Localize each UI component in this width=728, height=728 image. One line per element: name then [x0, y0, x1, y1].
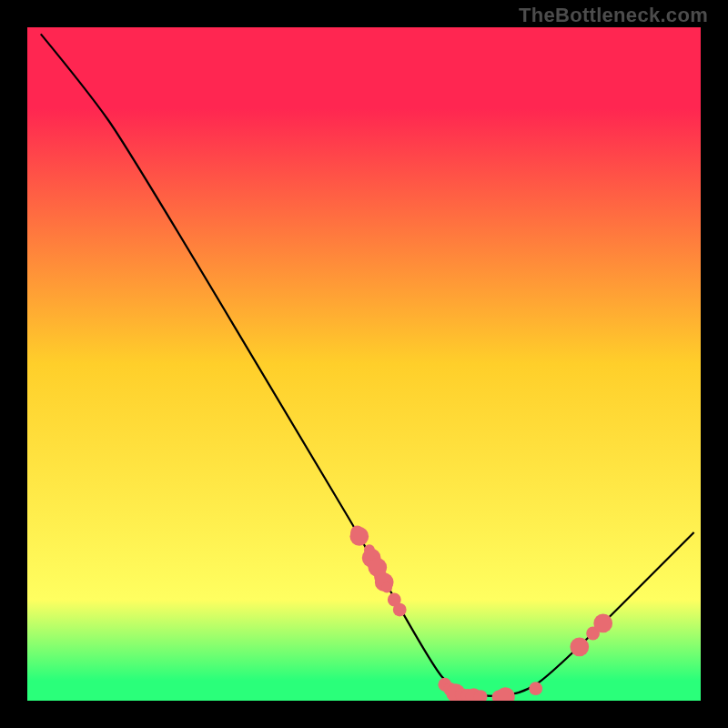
data-point: [593, 614, 612, 633]
chart-container: TheBottleneck.com: [0, 0, 728, 728]
data-point: [570, 637, 589, 656]
data-point: [393, 603, 407, 617]
data-point: [349, 527, 369, 546]
chart-svg: [27, 27, 701, 701]
data-point: [529, 682, 542, 695]
plot-area: [27, 27, 701, 701]
gradient-background: [27, 27, 701, 701]
watermark-text: TheBottleneck.com: [519, 4, 708, 27]
data-point: [381, 582, 392, 593]
